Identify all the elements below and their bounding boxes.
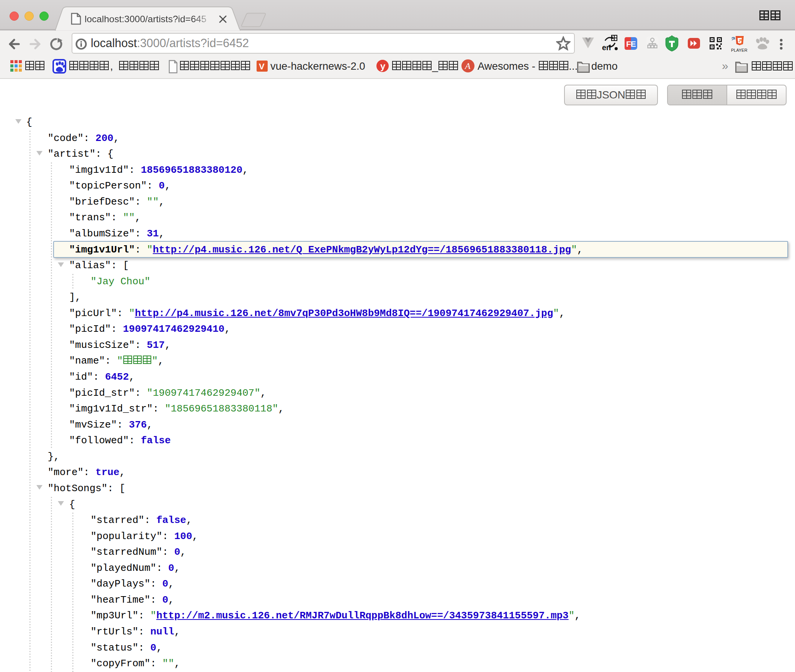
svg-text:V: V	[259, 62, 265, 71]
svg-text:FE: FE	[626, 39, 636, 48]
svg-text:PLAYER: PLAYER	[731, 48, 748, 52]
svg-text:A: A	[464, 61, 471, 71]
svg-text:en: en	[602, 43, 611, 52]
svg-text:y: y	[380, 61, 386, 71]
